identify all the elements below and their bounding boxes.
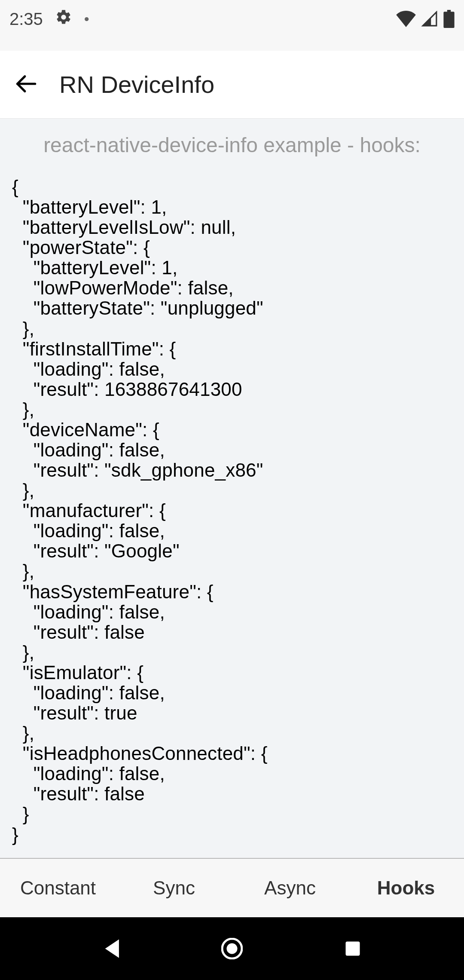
svg-rect-3 — [346, 942, 360, 956]
wifi-icon — [396, 11, 416, 27]
app-title: RN DeviceInfo — [59, 70, 214, 98]
signal-icon — [421, 11, 438, 27]
nav-recent-button[interactable] — [343, 939, 362, 958]
gear-icon — [55, 9, 72, 30]
tab-constant[interactable]: Constant — [0, 859, 116, 917]
tab-label: Constant — [20, 877, 96, 899]
status-bar: 2:35 • — [0, 0, 464, 51]
tab-async[interactable]: Async — [232, 859, 348, 917]
status-time: 2:35 — [9, 9, 43, 29]
tab-hooks[interactable]: Hooks — [348, 859, 464, 917]
example-heading: react-native-device-info example - hooks… — [12, 133, 452, 157]
tab-sync[interactable]: Sync — [116, 859, 232, 917]
android-nav-bar — [0, 917, 464, 980]
back-button[interactable] — [15, 73, 37, 97]
tab-label: Hooks — [377, 877, 435, 899]
nav-back-button[interactable] — [102, 938, 121, 959]
app-header: RN DeviceInfo — [0, 51, 464, 119]
dot-icon: • — [84, 12, 89, 26]
tab-bar: Constant Sync Async Hooks — [0, 858, 464, 917]
status-left: 2:35 • — [9, 9, 89, 30]
battery-icon — [443, 10, 455, 28]
nav-home-button[interactable] — [221, 938, 243, 959]
device-info-json: { "batteryLevel": 1, "batteryLevelIsLow"… — [12, 177, 452, 845]
status-right — [396, 10, 455, 28]
tab-label: Sync — [153, 877, 195, 899]
content-area[interactable]: react-native-device-info example - hooks… — [0, 119, 464, 858]
tab-label: Async — [264, 877, 316, 899]
svg-point-2 — [227, 943, 238, 954]
